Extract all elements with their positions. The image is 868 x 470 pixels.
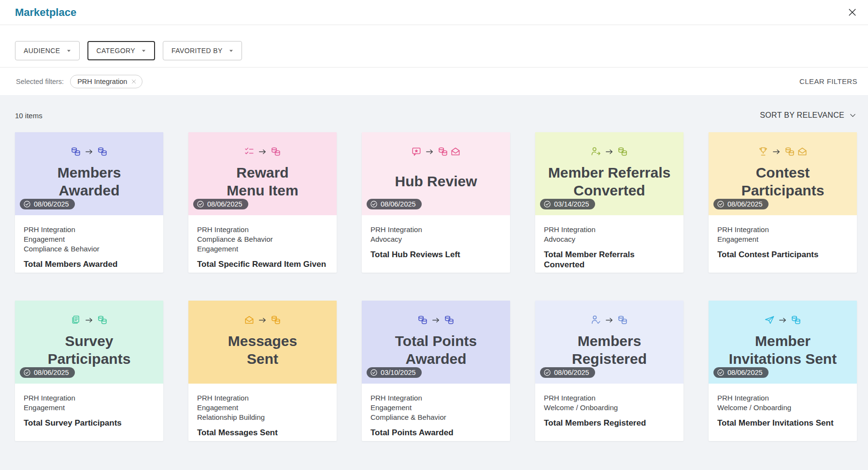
clear-filters-button[interactable]: CLEAR FILTERS [799, 77, 857, 85]
survey-document-icon [71, 315, 81, 325]
card-icon-row [764, 315, 801, 325]
coins-icon [444, 315, 455, 325]
caret-down-icon [228, 47, 235, 55]
paper-plane-icon [764, 315, 775, 325]
card-metric: Total Member Invitations Sent [717, 418, 848, 428]
favorited-by-filter-button[interactable]: FAVORITED BY [163, 41, 242, 60]
card-header: Survey Participants 08/06/2025 [15, 301, 163, 384]
card-metric: Total Members Registered [544, 418, 675, 428]
card-tag: PRH Integration [197, 225, 328, 235]
card-hub-review[interactable]: Hub Review 08/06/2025 PRH Integration Ad… [362, 132, 510, 273]
audience-filter-button[interactable]: AUDIENCE [15, 41, 80, 60]
card-tag: Welcome / Onboarding [544, 403, 675, 413]
audience-filter-label: AUDIENCE [24, 47, 60, 55]
date-text: 08/06/2025 [207, 200, 242, 208]
card-tag: Engagement [717, 235, 848, 244]
arrow-right-icon [425, 147, 434, 156]
item-count: 10 items [15, 111, 43, 120]
filter-buttons-row: AUDIENCE CATEGORY FAVORITED BY [0, 25, 868, 67]
coins-icon [791, 315, 801, 325]
card-body: PRH Integration Engagement Compliance & … [362, 384, 510, 438]
coins-icon [617, 315, 628, 325]
card-metric: Total Messages Sent [197, 428, 328, 438]
date-badge: 08/06/2025 [540, 367, 595, 378]
close-icon [847, 7, 857, 17]
card-tag: PRH Integration [24, 393, 155, 403]
card-tag: PRH Integration [24, 225, 155, 235]
card-tag: Engagement [197, 244, 328, 254]
check-circle-icon [23, 369, 31, 376]
card-metric: Total Points Awarded [370, 428, 501, 438]
filter-chip-prh-integration[interactable]: PRH Integration [70, 75, 142, 88]
check-circle-icon [197, 200, 204, 208]
card-messages-sent[interactable]: Messages Sent PRH Integration Engagement… [188, 301, 337, 441]
selected-filters-label: Selected filters: [16, 78, 64, 85]
remove-filter-icon[interactable] [131, 79, 137, 84]
check-circle-icon [543, 200, 551, 208]
card-reward-menu-item[interactable]: Reward Menu Item 08/06/2025 PRH Integrat… [188, 132, 337, 273]
date-text: 08/06/2025 [727, 369, 763, 376]
arrow-right-icon [85, 316, 94, 325]
card-tag: PRH Integration [717, 393, 848, 403]
card-tag: PRH Integration [197, 393, 328, 403]
card-tag: Engagement [24, 403, 155, 413]
card-contest-participants[interactable]: Contest Participants 08/06/2025 PRH Inte… [709, 132, 857, 273]
sort-dropdown[interactable]: SORT BY RELEVANCE [760, 111, 857, 120]
date-text: 08/06/2025 [34, 200, 69, 208]
review-bubble-icon [411, 146, 422, 157]
page-title: Marketplace [15, 6, 76, 19]
coins-icon [97, 315, 108, 325]
card-body: PRH Integration Welcome / Onboarding Tot… [535, 384, 683, 428]
card-members-awarded[interactable]: Members Awarded 08/06/2025 PRH Integrati… [15, 132, 163, 273]
date-badge: 03/14/2025 [540, 199, 595, 209]
filter-section: AUDIENCE CATEGORY FAVORITED BY Selected … [0, 25, 868, 95]
card-body: PRH Integration Welcome / Onboarding Tot… [709, 384, 857, 428]
coins-icon [784, 146, 795, 157]
top-bar: Marketplace [0, 0, 868, 25]
card-members-registered[interactable]: Members Registered 08/06/2025 PRH Integr… [535, 301, 683, 441]
card-member-referrals-converted[interactable]: Member Referrals Converted 03/14/2025 PR… [535, 132, 683, 273]
date-badge: 08/06/2025 [193, 199, 248, 209]
referral-person-icon [591, 146, 601, 157]
card-grid: Members Awarded 08/06/2025 PRH Integrati… [15, 132, 857, 441]
card-tag: Advocacy [544, 235, 675, 244]
card-tag: PRH Integration [370, 393, 501, 403]
card-tag: Compliance & Behavior [24, 244, 155, 254]
coins-icon [617, 146, 628, 157]
checklist-icon [244, 146, 255, 157]
envelope-open-icon [797, 146, 808, 157]
category-filter-button[interactable]: CATEGORY [87, 41, 155, 60]
card-header: Members Registered 08/06/2025 [535, 301, 683, 384]
check-circle-icon [370, 200, 378, 208]
card-tag: Engagement [197, 403, 328, 413]
card-tag: Compliance & Behavior [370, 413, 501, 422]
date-badge: 08/06/2025 [20, 199, 75, 209]
card-body: PRH Integration Engagement Relationship … [188, 384, 337, 438]
card-tag: Compliance & Behavior [197, 235, 328, 244]
card-survey-participants[interactable]: Survey Participants 08/06/2025 PRH Integ… [15, 301, 163, 441]
date-text: 08/06/2025 [554, 369, 589, 376]
date-text: 08/06/2025 [727, 200, 763, 208]
date-badge: 03/10/2025 [367, 367, 422, 378]
card-icon-row [758, 146, 808, 157]
card-total-points-awarded[interactable]: Total Points Awarded 03/10/2025 PRH Inte… [362, 301, 510, 441]
card-header: Members Awarded 08/06/2025 [15, 132, 163, 215]
card-metric: Total Survey Participants [24, 418, 155, 428]
card-body: PRH Integration Engagement Total Contest… [709, 215, 857, 260]
card-tag: PRH Integration [544, 393, 675, 403]
card-member-invitations-sent[interactable]: Member Invitations Sent 08/06/2025 PRH I… [709, 301, 857, 441]
caret-down-icon [140, 47, 147, 55]
card-icon-row [417, 315, 455, 325]
card-metric: Total Contest Participants [717, 249, 848, 260]
date-badge: 08/06/2025 [367, 199, 422, 209]
date-text: 03/14/2025 [554, 200, 589, 208]
card-icon-row [244, 315, 281, 325]
results-header: 10 items SORT BY RELEVANCE [15, 111, 857, 120]
close-button[interactable] [846, 6, 858, 19]
check-circle-icon [370, 369, 378, 376]
caret-down-icon [65, 47, 72, 55]
card-body: PRH Integration Engagement Total Survey … [15, 384, 163, 428]
date-badge: 08/06/2025 [20, 367, 75, 378]
card-header: Member Invitations Sent 08/06/2025 [709, 301, 857, 384]
check-circle-icon [717, 369, 725, 376]
